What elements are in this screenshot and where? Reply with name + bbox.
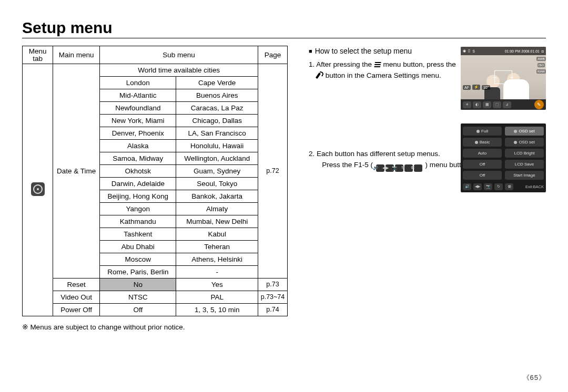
city-left: Newfoundland — [100, 102, 176, 115]
city-right: Guam, Sydney — [176, 165, 258, 178]
settings-footer-icon: 🔊 — [463, 183, 471, 190]
page-ref: p.74 — [258, 304, 287, 316]
cam-mid-box: AF — [463, 85, 471, 90]
city-left: Moscow — [100, 253, 176, 266]
f-buttons-icon: 🔊 ◀▶ 📷 ↻ 🛠 — [376, 164, 422, 172]
submenu-opt: Yes — [176, 278, 258, 291]
city-right: - — [176, 266, 258, 278]
th-mainmenu: Main menu — [53, 46, 100, 64]
city-right: Wellington, Auckland — [176, 152, 258, 165]
settings-cell: Start Image — [505, 171, 544, 180]
city-left: Alaska — [100, 140, 176, 152]
mainmenu-item: Video Out — [53, 291, 100, 304]
city-right: Honolulu, Hawaii — [176, 140, 258, 152]
mainmenu-datetime: Date & Time — [53, 64, 100, 278]
wrench-icon — [316, 73, 323, 79]
city-left: Samoa, Midway — [100, 152, 176, 165]
cam-mid-box: ⚡ — [472, 85, 480, 90]
city-left: Mid-Atlantic — [100, 89, 176, 102]
settings-cell: Basic — [463, 138, 502, 147]
settings-cell: OSD set — [505, 138, 544, 147]
gear-icon — [31, 182, 45, 196]
menu-tab-setup — [23, 64, 53, 316]
settings-cell: Full — [463, 127, 502, 136]
city-right: Almaty — [176, 203, 258, 215]
city-right: LA, San Francisco — [176, 127, 258, 140]
howto-step-2: 2. Each button has different setup menus… — [309, 149, 472, 172]
page-number: 《65》 — [523, 373, 546, 383]
settings-cell: OSD set — [505, 127, 544, 136]
cam-side-badge: RAW — [536, 69, 546, 74]
settings-cell: Auto — [463, 149, 502, 158]
city-right: Kabul — [176, 228, 258, 241]
settings-exit-label: Exit:BACK — [525, 184, 544, 189]
city-right: Chicago, Dallas — [176, 115, 258, 127]
city-right: Bankok, Jakarta — [176, 190, 258, 203]
menu-icon — [374, 61, 381, 68]
city-right: Athens, Helsinki — [176, 253, 258, 266]
city-right: Caracas, La Paz — [176, 102, 258, 115]
page-title: Setup menu — [22, 19, 546, 37]
city-left: Kathmandu — [100, 215, 176, 228]
th-page: Page — [258, 46, 287, 64]
settings-cell: LCD Save — [505, 160, 544, 169]
settings-panel: FullOSD setBasicOSD setAutoLCD BrightOff… — [461, 123, 546, 192]
cam-bottom-button: ⊿ — [503, 101, 511, 108]
footnote: ※ Menus are subject to change without pr… — [22, 323, 288, 332]
city-left: Rome, Paris, Berlin — [100, 266, 176, 278]
city-right: Mumbai, New Delhi — [176, 215, 258, 228]
page-ref: p.73~74 — [258, 291, 287, 304]
settings-footer-icon: ↻ — [494, 183, 503, 190]
city-left: Darwin, Adelaide — [100, 178, 176, 190]
submenu-opt: PAL — [176, 291, 258, 304]
title-rule — [22, 38, 546, 38]
cam-settings-highlight: ✎ — [534, 100, 544, 109]
cam-bottom-button: ☀ — [463, 101, 471, 108]
page-datetime: p.72 — [258, 64, 287, 278]
city-right: Seoul, Tokyo — [176, 178, 258, 190]
settings-cell: Off — [463, 160, 502, 169]
city-left: Yangon — [100, 203, 176, 215]
settings-cell: Off — [463, 171, 502, 180]
city-left: London — [100, 77, 176, 89]
cam-mid-box: 10'' — [482, 85, 490, 90]
city-right: Cape Verde — [176, 77, 258, 89]
setup-menu-table: Menu tabMain menuSub menuPageDate & Time… — [22, 46, 288, 316]
settings-cell: LCD Bright — [505, 149, 544, 158]
cam-bottom-button: ◐ — [473, 101, 481, 108]
city-left: New York, Miami — [100, 115, 176, 127]
th-submenu: Sub menu — [100, 46, 258, 64]
cam-side-badge: AWB — [536, 57, 545, 61]
cam-bottom-button: ⬚ — [493, 101, 501, 108]
settings-footer-icon: 📷 — [484, 183, 492, 190]
page-ref: p.73 — [258, 278, 287, 291]
city-left: Beijing, Hong Kong — [100, 190, 176, 203]
settings-footer-icon: 🛠 — [505, 183, 513, 190]
city-left: Abu Dhabi — [100, 241, 176, 253]
cam-side-badge: ISO — [537, 63, 545, 67]
camera-preview: ◉▯S 01:00 PM 2008.01.01 ◘ AWBISORAW AF⚡1… — [461, 47, 546, 110]
submenu-opt: Off — [100, 304, 176, 316]
howto-step-1: 1. After pressing the menu button, press… — [309, 59, 466, 81]
city-left: Tashkent — [100, 228, 176, 241]
settings-footer-icon: ◀▶ — [473, 183, 482, 190]
cam-bottom-button: ▦ — [483, 101, 491, 108]
th-menutab: Menu tab — [23, 46, 53, 64]
city-right: Teheran — [176, 241, 258, 253]
city-right: Buenos Aires — [176, 89, 258, 102]
city-left: Denver, Phoenix — [100, 127, 176, 140]
submenu-opt: No — [100, 278, 176, 291]
mainmenu-item: Reset — [53, 278, 100, 291]
worldtime-header: World time available cities — [100, 64, 258, 77]
submenu-opt: NTSC — [100, 291, 176, 304]
submenu-opt: 1, 3, 5, 10 min — [176, 304, 258, 316]
city-left: Okhotsk — [100, 165, 176, 178]
mainmenu-item: Power Off — [53, 304, 100, 316]
cam-time: 01:00 PM 2008.01.01 — [505, 49, 540, 53]
